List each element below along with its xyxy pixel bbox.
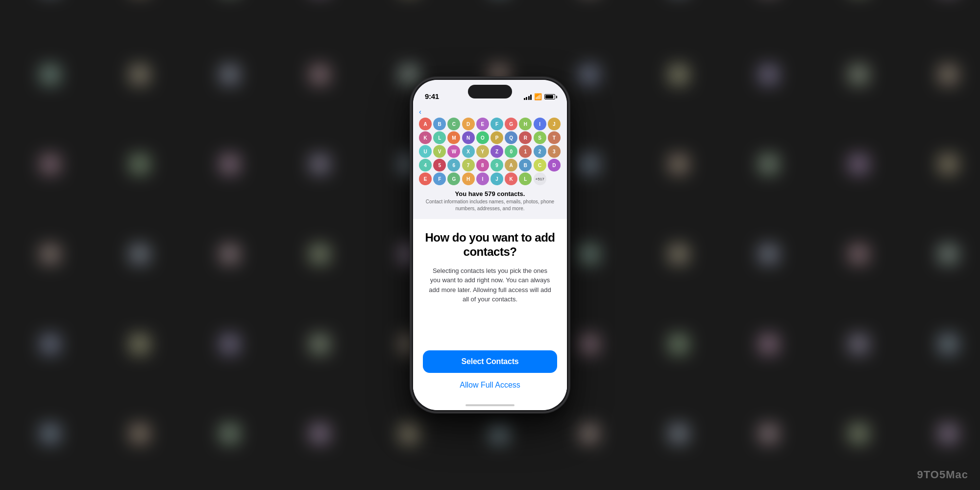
status-icons: 📶 xyxy=(524,93,556,100)
contact-avatar: 7 xyxy=(462,159,475,172)
contact-avatar: 8 xyxy=(476,159,489,172)
contact-avatar: H xyxy=(519,118,532,130)
main-title: How do you want to add contacts? xyxy=(423,231,557,259)
allow-full-access-button[interactable]: Allow Full Access xyxy=(457,378,523,392)
contact-avatar: S xyxy=(534,131,546,144)
contact-avatar: T xyxy=(548,131,561,144)
home-indicator xyxy=(413,400,567,410)
dynamic-island xyxy=(468,85,512,98)
avatar-grid: ABCDEFGHIJKLMNOPQRSTUVWXYZ0123456789ABCD… xyxy=(419,118,561,185)
phone-frame: 9:41 📶 ‹ A xyxy=(412,78,568,412)
watermark-text: 9TO5Mac xyxy=(917,468,968,481)
contact-avatar: L xyxy=(519,172,532,185)
contact-avatar: K xyxy=(505,172,517,185)
contact-avatar: G xyxy=(505,118,517,130)
contact-avatar: A xyxy=(419,118,432,130)
contact-avatar: I xyxy=(534,118,546,130)
contact-avatar: W xyxy=(447,145,460,158)
contact-avatar: 5 xyxy=(433,159,446,172)
more-contacts-badge: +517 xyxy=(534,172,546,185)
contact-avatar: H xyxy=(462,172,475,185)
contacts-count: You have 579 contacts. xyxy=(425,190,555,197)
contact-avatar: F xyxy=(490,118,503,130)
contact-avatar: A xyxy=(505,159,517,172)
home-bar xyxy=(466,404,514,406)
back-button[interactable]: ‹ xyxy=(419,107,561,116)
contact-avatar: R xyxy=(519,131,532,144)
wifi-icon: 📶 xyxy=(534,93,542,100)
white-card: How do you want to add contacts? Selecti… xyxy=(413,219,567,400)
contact-avatar: I xyxy=(476,172,489,185)
contact-avatar: E xyxy=(419,172,432,185)
contact-avatar: F xyxy=(433,172,446,185)
phone-content: ‹ ABCDEFGHIJKLMNOPQRSTUVWXYZ0123456789AB… xyxy=(413,103,567,400)
contact-avatar: V xyxy=(433,145,446,158)
battery-icon xyxy=(544,94,555,99)
status-time: 9:41 xyxy=(425,92,439,100)
contact-avatar: 4 xyxy=(419,159,432,172)
contact-avatar: 9 xyxy=(490,159,503,172)
contacts-grid-area: ‹ ABCDEFGHIJKLMNOPQRSTUVWXYZ0123456789AB… xyxy=(413,103,567,219)
contact-avatar: 3 xyxy=(548,145,561,158)
watermark: 9TO5Mac xyxy=(917,468,968,481)
contact-avatar: E xyxy=(476,118,489,130)
contacts-info: You have 579 contacts. Contact informati… xyxy=(419,188,561,216)
back-chevron-icon: ‹ xyxy=(419,107,421,116)
contact-avatar: N xyxy=(462,131,475,144)
contact-avatar: D xyxy=(548,159,561,172)
contact-avatar: L xyxy=(433,131,446,144)
contact-avatar: 2 xyxy=(534,145,546,158)
contact-avatar: C xyxy=(447,118,460,130)
contact-avatar: 0 xyxy=(505,145,517,158)
contact-avatar: 6 xyxy=(447,159,460,172)
contact-avatar: G xyxy=(447,172,460,185)
contact-avatar: Y xyxy=(476,145,489,158)
contact-avatar: U xyxy=(419,145,432,158)
select-contacts-button[interactable]: Select Contacts xyxy=(423,350,557,373)
contact-avatar: O xyxy=(476,131,489,144)
contact-avatar: Q xyxy=(505,131,517,144)
contact-avatar: Z xyxy=(490,145,503,158)
contact-avatar: P xyxy=(490,131,503,144)
phone-inner: 9:41 📶 ‹ A xyxy=(413,80,567,410)
contact-avatar: 1 xyxy=(519,145,532,158)
contact-avatar: J xyxy=(548,118,561,130)
contact-avatar: J xyxy=(490,172,503,185)
contact-avatar: B xyxy=(433,118,446,130)
contact-avatar: B xyxy=(519,159,532,172)
contact-avatar: M xyxy=(447,131,460,144)
contact-avatar: D xyxy=(462,118,475,130)
main-description: Selecting contacts lets you pick the one… xyxy=(423,266,557,350)
contact-avatar: X xyxy=(462,145,475,158)
contact-avatar: C xyxy=(534,159,546,172)
contact-avatar: K xyxy=(419,131,432,144)
contacts-desc: Contact information includes names, emai… xyxy=(425,198,555,212)
signal-icon xyxy=(524,94,532,100)
